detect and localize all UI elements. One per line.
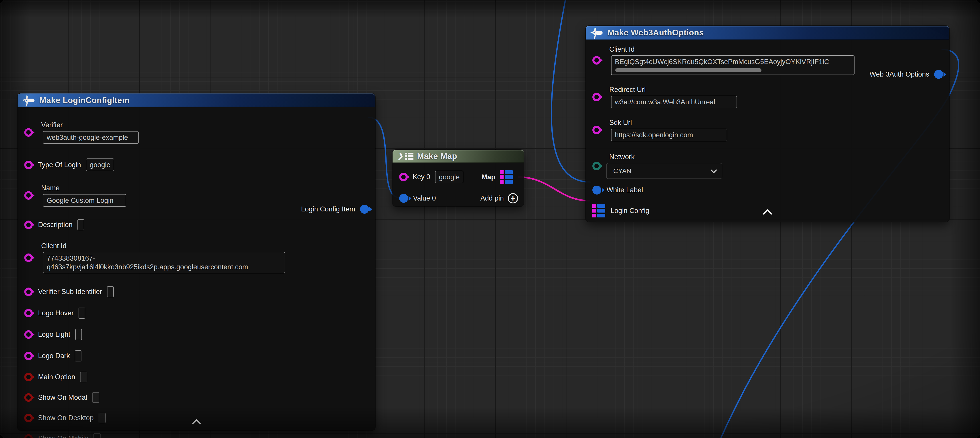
add-pin-label: Add pin xyxy=(480,194,504,202)
struct-pin[interactable] xyxy=(592,186,601,194)
string-pin[interactable] xyxy=(24,253,33,262)
logo-light-input[interactable] xyxy=(75,329,82,340)
string-pin[interactable] xyxy=(592,93,601,101)
pin-label: Main Option xyxy=(38,373,75,381)
pin-row-network: Network CYAN xyxy=(586,153,949,179)
verifier-sub-identifier-input[interactable] xyxy=(107,286,114,297)
pin-row-logo-hover: Logo Hover xyxy=(18,307,375,319)
enum-pin[interactable] xyxy=(592,162,601,170)
type-of-login-input[interactable]: google xyxy=(86,158,114,171)
bool-pin[interactable] xyxy=(24,414,33,422)
node-make-map[interactable]: ❯ Make Map Key 0 google Map Value 0 Add xyxy=(393,150,524,206)
pin-label: Network xyxy=(609,153,722,161)
name-input[interactable]: Google Custom Login xyxy=(43,194,126,207)
show-on-mobile-checkbox[interactable] xyxy=(94,433,100,438)
client-id-text: BEglQSgt4cUWcj6SKRdu5QkOXTsePmMcusG5EAoy… xyxy=(615,57,851,66)
pin-row-redirect-url: Redirect Url w3a://com.w3a.Web3AuthUnrea… xyxy=(586,86,949,108)
chevron-down-icon xyxy=(711,167,717,173)
string-pin[interactable] xyxy=(24,191,33,200)
wire-top-to-whitelabel[interactable] xyxy=(551,0,590,182)
node-header-make-web3authoptions[interactable]: ❯❯ Make Web3AuthOptions xyxy=(586,26,949,40)
node-title: Make Web3AuthOptions xyxy=(608,28,704,37)
pin-label: Logo Light xyxy=(38,331,70,339)
row-value0-addpin: Value 0 Add pin + xyxy=(393,193,524,204)
redirect-url-input[interactable]: w3a://com.w3a.Web3AuthUnreal xyxy=(611,96,737,108)
blueprint-graph-canvas[interactable]: ❯❯ Make LoginConfigItem Login Config Ite… xyxy=(0,0,980,438)
node-header-make-loginconfigitem[interactable]: ❯❯ Make LoginConfigItem xyxy=(18,94,375,107)
pin-row-show-on-mobile: Show On Mobile xyxy=(18,433,375,438)
struct-pin[interactable] xyxy=(399,194,408,203)
row-key0-map: Key 0 google Map xyxy=(393,170,524,184)
node-header-make-map[interactable]: ❯ Make Map xyxy=(393,150,524,163)
pin-label: Show On Modal xyxy=(38,393,87,401)
string-pin[interactable] xyxy=(399,173,408,181)
network-dropdown[interactable]: CYAN xyxy=(606,163,722,179)
pin-row-verifier: Verifier web3auth-google-example xyxy=(18,107,375,144)
string-pin[interactable] xyxy=(24,288,33,296)
map-input-pin[interactable] xyxy=(592,204,605,217)
pin-label: Show On Desktop xyxy=(38,414,94,422)
string-pin[interactable] xyxy=(24,352,33,360)
pin-row-login-config: Login Config xyxy=(586,204,949,217)
pin-label: Client Id xyxy=(41,242,285,250)
string-pin[interactable] xyxy=(24,128,33,137)
node-title: Make LoginConfigItem xyxy=(40,96,129,105)
pin-row-client-id: Client Id BEglQSgt4cUWcj6SKRdu5QkOXTsePm… xyxy=(586,40,949,75)
logo-hover-input[interactable] xyxy=(78,307,85,319)
key0-input[interactable]: google xyxy=(435,171,463,183)
description-input[interactable] xyxy=(78,219,84,230)
verifier-input[interactable]: web3auth-google-example xyxy=(43,131,138,144)
string-pin[interactable] xyxy=(24,309,33,317)
pin-row-show-on-desktop: Show On Desktop xyxy=(18,413,375,423)
pin-row-description: Description xyxy=(18,219,375,230)
pin-label: Verifier xyxy=(41,121,138,129)
pin-row-sdk-url: Sdk Url https://sdk.openlogin.com xyxy=(586,119,949,141)
string-pin[interactable] xyxy=(592,126,601,134)
pin-label: Type Of Login xyxy=(38,161,81,169)
pin-row-name: Name Google Custom Login xyxy=(18,184,375,207)
pin-label: Show On Mobile xyxy=(38,435,89,438)
pin-label: Login Config xyxy=(611,207,649,215)
pin-label: White Label xyxy=(606,186,643,194)
make-struct-icon: ❯❯ xyxy=(592,28,603,38)
client-id-input[interactable]: 774338308167-q463s7kpvja16l4l0kko3nb925i… xyxy=(43,252,285,273)
pin-row-main-option: Main Option xyxy=(18,372,375,382)
map-output-pin[interactable] xyxy=(500,170,513,184)
pin-row-client-id: Client Id 774338308167-q463s7kpvja16l4l0… xyxy=(18,242,375,273)
main-option-checkbox[interactable] xyxy=(80,372,87,382)
pin-label: Value 0 xyxy=(413,194,436,202)
show-on-desktop-checkbox[interactable] xyxy=(99,413,106,423)
make-map-icon: ❯ xyxy=(398,153,414,160)
client-id-input[interactable]: BEglQSgt4cUWcj6SKRdu5QkOXTsePmMcusG5EAoy… xyxy=(611,56,854,75)
pin-label: Client Id xyxy=(609,45,854,53)
node-make-loginconfigitem[interactable]: ❯❯ Make LoginConfigItem Login Config Ite… xyxy=(18,94,375,430)
network-selected-value: CYAN xyxy=(613,167,631,175)
pin-row-logo-light: Logo Light xyxy=(18,329,375,340)
show-on-modal-checkbox[interactable] xyxy=(92,392,99,403)
pin-label: Redirect Url xyxy=(609,86,737,94)
bool-pin[interactable] xyxy=(24,373,33,381)
node-make-web3authoptions[interactable]: ❯❯ Make Web3AuthOptions Web 3Auth Option… xyxy=(586,26,949,222)
horizontal-scrollbar[interactable] xyxy=(615,68,762,72)
pin-row-type-of-login: Type Of Login google xyxy=(18,158,375,171)
pin-label: Name xyxy=(41,184,126,192)
node-title: Make Map xyxy=(417,151,457,161)
sdk-url-input[interactable]: https://sdk.openlogin.com xyxy=(611,129,727,141)
logo-dark-input[interactable] xyxy=(75,350,81,362)
string-pin[interactable] xyxy=(592,56,601,65)
pin-label: Key 0 xyxy=(412,173,430,181)
plus-icon: + xyxy=(508,193,518,204)
bool-pin[interactable] xyxy=(24,393,33,402)
string-pin[interactable] xyxy=(24,161,33,169)
make-struct-icon: ❯❯ xyxy=(23,96,35,105)
add-pin-button[interactable]: Add pin + xyxy=(480,193,518,204)
pin-label: Description xyxy=(38,221,73,229)
pin-label: Sdk Url xyxy=(609,119,727,127)
pin-row-white-label: White Label xyxy=(586,186,949,194)
output-pin-label: Map xyxy=(482,173,495,181)
string-pin[interactable] xyxy=(24,221,33,229)
pin-label: Logo Dark xyxy=(38,352,70,360)
pin-row-logo-dark: Logo Dark xyxy=(18,350,375,362)
string-pin[interactable] xyxy=(24,330,33,339)
bool-pin[interactable] xyxy=(24,434,33,438)
